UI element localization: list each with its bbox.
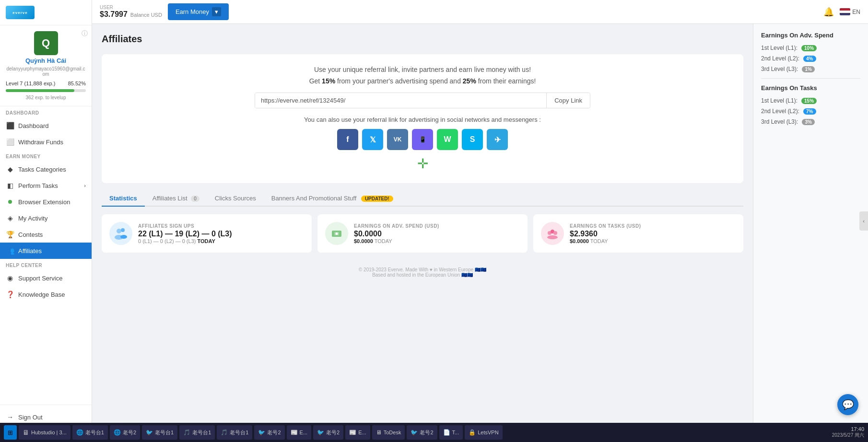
- taskbar-item-6[interactable]: 🎵 老号台1: [217, 425, 252, 440]
- level-text: Level 7 (11,888 exp.): [6, 81, 55, 86]
- affiliate-promo-card: Use your unique referral link, invite pa…: [102, 54, 743, 183]
- taskbar-item-5[interactable]: 🎵 老号台1: [179, 425, 215, 440]
- telegram-share-button[interactable]: ✈: [487, 129, 508, 150]
- taskbar-item-8[interactable]: 📰 E...: [287, 425, 312, 440]
- adv-level1-row: 1st Level (L1): 10%: [761, 45, 860, 51]
- facebook-share-button[interactable]: f: [337, 129, 358, 150]
- sidebar-item-label: Browser Extension: [18, 198, 70, 206]
- add-more-socials-button[interactable]: ✛: [113, 156, 732, 172]
- taskbar-item-t[interactable]: 📄 T...: [439, 425, 463, 440]
- taskbar-item-10[interactable]: 📰 E...: [345, 425, 370, 440]
- support-icon: ◉: [6, 274, 14, 282]
- level-bar-fill: [6, 89, 74, 92]
- tab-affiliates-list[interactable]: Affiliates List 0: [145, 191, 207, 207]
- collapse-panel-button[interactable]: ‹: [859, 211, 868, 231]
- adv-level3-badge: 1%: [802, 66, 814, 72]
- logo: everve: [6, 6, 35, 19]
- tasks-level2-badge: 7%: [803, 108, 816, 115]
- sidebar-item-label: Affiliates: [18, 247, 42, 255]
- tasks-icon: ◆: [6, 165, 14, 174]
- affiliates-icon: 👥: [6, 246, 14, 255]
- stats-row: AFFILIATES SIGN UPS 22 (L1) — 19 (L2) — …: [102, 214, 743, 253]
- level-exp: 362 exp. to levelup: [26, 95, 66, 100]
- taskbar-item-todesk[interactable]: 🖥 ToDesk: [372, 425, 405, 440]
- updated-badge: UPDATED!: [361, 196, 393, 202]
- notification-icon[interactable]: 🔔: [823, 7, 834, 17]
- sidebar-item-dashboard[interactable]: ⬛ Dashboard: [0, 117, 92, 134]
- copy-link-button[interactable]: Copy Link: [546, 93, 590, 108]
- taskbar-item-1[interactable]: 🖥 Hubstudio | 3...: [19, 425, 70, 440]
- page-title: Affiliates: [102, 34, 743, 45]
- info-icon[interactable]: ⓘ: [82, 29, 88, 38]
- sidebar-item-support[interactable]: ◉ Support Service: [0, 270, 92, 286]
- lang-flag[interactable]: EN: [840, 8, 860, 15]
- withdraw-icon: ⬜: [6, 138, 14, 146]
- affiliate-link-row: Copy Link: [255, 93, 590, 108]
- viber-share-button[interactable]: 📱: [412, 129, 433, 150]
- tasks-level1-badge: 15%: [801, 98, 817, 104]
- signout-icon: →: [6, 413, 14, 421]
- tab-clicks-sources[interactable]: Clicks Sources: [207, 191, 264, 207]
- taskbar-item-7[interactable]: 🐦 老号2: [254, 425, 284, 440]
- svg-point-1: [121, 228, 125, 232]
- sidebar-item-my-activity[interactable]: ◈ My Activity: [0, 210, 92, 226]
- sidebar-item-affiliates[interactable]: 👥 Affiliates: [0, 243, 92, 259]
- level-pct: 85.52%: [68, 81, 86, 86]
- svg-point-10: [547, 235, 558, 239]
- content-footer: © 2019-2023 Everve. Made With ♥ in Weste…: [102, 267, 743, 278]
- taskbar-item-2[interactable]: 🌐 老号台1: [72, 425, 108, 440]
- balance-amount: $3.7997: [100, 10, 128, 19]
- sidebar-item-label: My Activity: [18, 215, 47, 222]
- knowledge-icon: ❓: [6, 290, 14, 299]
- content-area: Affiliates Use your unique referral link…: [92, 24, 753, 442]
- tabs-row: Statistics Affiliates List 0 Clicks Sour…: [102, 191, 743, 207]
- tab-banners[interactable]: Banners And Promotional Stuff UPDATED!: [264, 191, 401, 207]
- skype-share-button[interactable]: S: [462, 129, 483, 150]
- chevron-right-icon: ›: [84, 183, 86, 188]
- whatsapp-share-button[interactable]: W: [437, 129, 458, 150]
- signups-icon-circle: [109, 222, 132, 245]
- tab-statistics[interactable]: Statistics: [102, 191, 145, 207]
- dropdown-arrow-icon: ▾: [212, 7, 221, 16]
- signups-value: 22 (L1) — 19 (L2) — 0 (L3): [138, 230, 232, 238]
- taskbar-item-letsvpn[interactable]: 🔒 LetsVPN: [465, 425, 502, 440]
- adv-value: $0.0000: [354, 230, 439, 238]
- referral-link-input[interactable]: [255, 93, 546, 108]
- svg-point-6: [336, 233, 338, 235]
- taskbar-item-3[interactable]: 🌐 老号2: [110, 425, 140, 440]
- sidebar-item-knowledge-base[interactable]: ❓ Knowledge Base: [0, 286, 92, 302]
- signups-label: AFFILIATES SIGN UPS: [138, 223, 232, 229]
- taskbar-item-9[interactable]: 🐦 老号2: [313, 425, 343, 440]
- sidebar-item-browser-extension[interactable]: Browser Extension: [0, 194, 92, 210]
- avatar: Q: [34, 31, 58, 55]
- adv-level1-badge: 10%: [801, 45, 817, 51]
- start-button[interactable]: ⊞: [4, 425, 17, 440]
- chat-fab-button[interactable]: 💬: [837, 394, 858, 415]
- sidebar-item-withdraw[interactable]: ⬜ Withdraw Funds: [0, 134, 92, 150]
- browser-ext-icon: [6, 198, 14, 206]
- sidebar-item-label: Support Service: [18, 275, 63, 282]
- user-email: delanyyurphymayaco15960@gmail.com: [6, 66, 86, 77]
- taskbar-item-twitter2[interactable]: 🐦 老号2: [407, 425, 437, 440]
- svg-point-9: [553, 231, 557, 235]
- sidebar-item-contests[interactable]: 🏆 Contests: [0, 226, 92, 243]
- sidebar: everve ⓘ Q Quỳnh Hà Cái delanyyurphymaya…: [0, 0, 92, 442]
- signups-today: 0 (L1) — 0 (L2) — 0 (L3) TODAY: [138, 238, 232, 244]
- promo-text-2: Get 15% from your partner's advertising …: [113, 77, 732, 85]
- vk-share-button[interactable]: VK: [387, 129, 408, 150]
- currency-label: Balance USD: [130, 12, 162, 18]
- right-panel-tasks-title: Earnings On Tasks: [761, 84, 860, 92]
- sidebar-item-perform-tasks[interactable]: ◧ Perform Tasks ›: [0, 177, 92, 194]
- perform-icon: ◧: [6, 181, 14, 190]
- sidebar-item-label: Dashboard: [18, 122, 49, 129]
- earn-money-button[interactable]: Earn Money ▾: [168, 3, 229, 20]
- sidebar-item-tasks-categories[interactable]: ◆ Tasks Categories: [0, 161, 92, 177]
- taskbar-item-4[interactable]: 🐦 老号台1: [142, 425, 177, 440]
- twitter-share-button[interactable]: 𝕏: [362, 129, 383, 150]
- panel-divider: [761, 78, 860, 79]
- adv-level2-badge: 4%: [803, 56, 816, 62]
- tasks-level2-row: 2nd Level (L2): 7%: [761, 108, 860, 115]
- tasks-icon-circle: [541, 222, 564, 245]
- tasks-level1-row: 1st Level (L1): 15%: [761, 97, 860, 104]
- sidebar-item-label: Perform Tasks: [18, 182, 58, 189]
